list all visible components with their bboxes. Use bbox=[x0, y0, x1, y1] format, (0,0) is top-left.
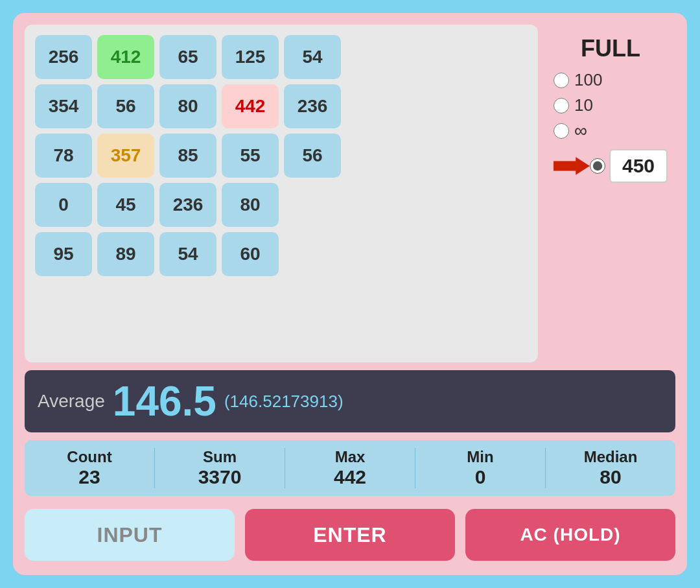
grid-area: 2564126512554354568044223678357855556045… bbox=[25, 25, 538, 362]
cell-3-2[interactable]: 236 bbox=[159, 183, 216, 227]
stat-label-median: Median bbox=[584, 448, 638, 466]
radio-label-100: 100 bbox=[574, 70, 602, 90]
stat-cell-sum: Sum3370 bbox=[155, 448, 285, 488]
right-panel: FULL 100 10 ∞ bbox=[546, 25, 675, 362]
stat-label-min: Min bbox=[467, 448, 493, 466]
radio-row-custom[interactable] bbox=[590, 149, 668, 183]
radio-label-10: 10 bbox=[574, 95, 593, 115]
cell-2-1[interactable]: 357 bbox=[97, 134, 154, 178]
grid-row-0: 2564126512554 bbox=[35, 35, 528, 79]
arrow-row bbox=[554, 149, 668, 183]
radio-row-inf[interactable]: ∞ bbox=[554, 121, 587, 141]
radio-row-10[interactable]: 10 bbox=[554, 95, 593, 115]
stat-cell-count: Count23 bbox=[25, 448, 155, 488]
svg-marker-0 bbox=[554, 157, 590, 174]
average-bar: Average 146.5 (146.52173913) bbox=[25, 370, 675, 432]
stat-label-max: Max bbox=[335, 448, 366, 466]
top-section: 2564126512554354568044223678357855556045… bbox=[25, 25, 675, 362]
enter-button[interactable]: ENTER bbox=[245, 509, 455, 561]
input-button[interactable]: INPUT bbox=[25, 509, 235, 561]
stat-cell-median: Median80 bbox=[546, 448, 675, 488]
stat-label-sum: Sum bbox=[203, 448, 237, 466]
stat-cell-max: Max442 bbox=[285, 448, 415, 488]
cell-1-4[interactable]: 236 bbox=[284, 84, 341, 128]
cell-2-4[interactable]: 56 bbox=[284, 134, 341, 178]
cell-1-1[interactable]: 56 bbox=[97, 84, 154, 128]
cell-4-3[interactable]: 60 bbox=[222, 232, 279, 276]
cell-4-0[interactable]: 95 bbox=[35, 232, 92, 276]
arrow-icon bbox=[554, 149, 590, 183]
grid-row-3: 04523680 bbox=[35, 183, 528, 227]
radio-custom[interactable] bbox=[590, 158, 605, 174]
main-container: 2564126512554354568044223678357855556045… bbox=[13, 13, 687, 575]
radio-row-100[interactable]: 100 bbox=[554, 70, 602, 90]
cell-3-0[interactable]: 0 bbox=[35, 183, 92, 227]
radio-label-inf: ∞ bbox=[574, 121, 587, 141]
radio-inf[interactable] bbox=[554, 123, 569, 139]
cell-1-3[interactable]: 442 bbox=[222, 84, 279, 128]
average-big-value: 146.5 bbox=[113, 381, 216, 422]
average-full-value: (146.52173913) bbox=[224, 392, 344, 412]
cell-3-3[interactable]: 80 bbox=[222, 183, 279, 227]
radio-100[interactable] bbox=[554, 73, 569, 88]
cell-4-1[interactable]: 89 bbox=[97, 232, 154, 276]
grid-row-1: 3545680442236 bbox=[35, 84, 528, 128]
cell-0-1[interactable]: 412 bbox=[97, 35, 154, 79]
stat-value-sum: 3370 bbox=[198, 466, 242, 488]
cell-4-2[interactable]: 54 bbox=[159, 232, 216, 276]
stat-value-min: 0 bbox=[475, 466, 486, 488]
average-label: Average bbox=[38, 391, 105, 412]
cell-1-0[interactable]: 354 bbox=[35, 84, 92, 128]
cell-0-4[interactable]: 54 bbox=[284, 35, 341, 79]
cell-1-2[interactable]: 80 bbox=[159, 84, 216, 128]
full-label: FULL bbox=[581, 35, 640, 62]
stat-cell-min: Min0 bbox=[415, 448, 546, 488]
cell-3-1[interactable]: 45 bbox=[97, 183, 154, 227]
cell-2-3[interactable]: 55 bbox=[222, 134, 279, 178]
stats-row: Count23Sum3370Max442Min0Median80 bbox=[25, 440, 675, 496]
cell-2-2[interactable]: 85 bbox=[159, 134, 216, 178]
stat-label-count: Count bbox=[67, 448, 111, 466]
cell-0-2[interactable]: 65 bbox=[159, 35, 216, 79]
cell-0-3[interactable]: 125 bbox=[222, 35, 279, 79]
buttons-row: INPUT ENTER AC (HOLD) bbox=[25, 504, 675, 563]
stat-value-median: 80 bbox=[600, 466, 621, 488]
radio-10[interactable] bbox=[554, 98, 569, 113]
cell-0-0[interactable]: 256 bbox=[35, 35, 92, 79]
ac-button[interactable]: AC (HOLD) bbox=[465, 509, 675, 561]
stat-value-max: 442 bbox=[334, 466, 366, 488]
custom-value-input[interactable] bbox=[609, 149, 668, 183]
grid-row-4: 95895460 bbox=[35, 232, 528, 276]
cell-2-0[interactable]: 78 bbox=[35, 134, 92, 178]
stat-value-count: 23 bbox=[78, 466, 100, 488]
grid-row-2: 78357855556 bbox=[35, 134, 528, 178]
